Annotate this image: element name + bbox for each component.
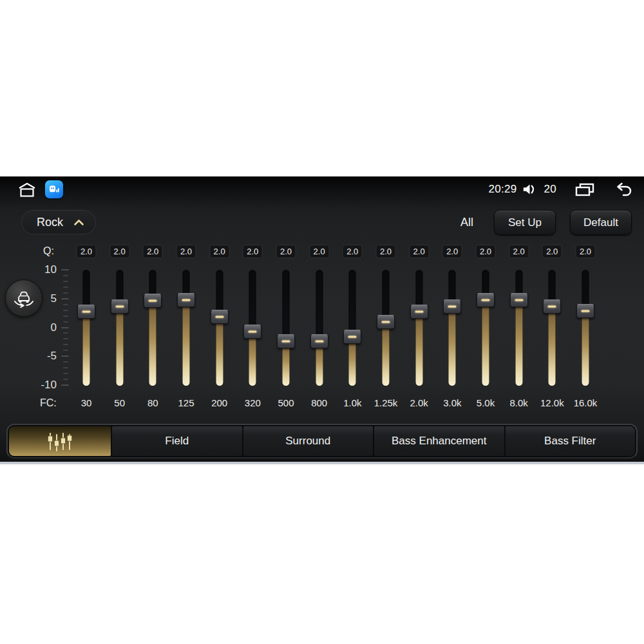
back-icon[interactable]: [613, 182, 634, 196]
slider-thumb[interactable]: [477, 293, 495, 307]
equalizer-sliders-icon: [44, 430, 75, 452]
eq-band: 2.0 1.0k: [336, 176, 369, 462]
q-value-chip: 2.0: [576, 245, 596, 258]
slider-thumb[interactable]: [410, 305, 428, 319]
db-scale-label: -10: [0, 379, 57, 392]
slider-gold-fill: [582, 311, 589, 386]
db-tick: [63, 373, 68, 374]
db-tick: [61, 269, 69, 270]
freq-label: 16.0k: [574, 397, 598, 408]
slider-gold-fill: [183, 300, 190, 386]
tab-bass-enhancement[interactable]: Bass Enhancement: [374, 426, 504, 456]
slider-thumb[interactable]: [543, 299, 561, 314]
slider-gold-fill: [349, 337, 356, 386]
slider-gold-fill: [383, 322, 390, 386]
car-mode-button[interactable]: [5, 279, 43, 317]
slider-thumb[interactable]: [243, 325, 261, 339]
db-scale-label: 0: [0, 321, 57, 334]
eq-band: 2.0 80: [136, 176, 169, 462]
freq-label: 5.0k: [477, 397, 495, 408]
freq-label: 80: [147, 397, 158, 408]
head-unit-screen: 20:29 20: [0, 176, 644, 462]
slider-thumb[interactable]: [77, 305, 95, 319]
q-value-chip: 2.0: [109, 245, 129, 258]
slider-gold-fill: [415, 312, 422, 386]
eq-band: 2.0 1.25k: [369, 176, 402, 462]
tab-field[interactable]: Field: [112, 426, 242, 456]
freq-label: 12.0k: [540, 397, 564, 408]
slider-gold-fill: [149, 301, 156, 386]
q-value-chip: 2.0: [309, 245, 329, 258]
slider-gold-fill: [116, 307, 123, 386]
eq-band: 2.0 12.0k: [535, 176, 569, 462]
tab-surround[interactable]: Surround: [243, 426, 374, 456]
q-row-label: Q:: [43, 245, 54, 257]
slider-gold-fill: [83, 312, 90, 386]
eq-band: 2.0 125: [169, 176, 203, 462]
freq-label: 125: [178, 397, 194, 408]
db-tick: [63, 338, 68, 339]
bottom-tab-bar: Field Surround Bass Enhancement Bass Fil…: [6, 424, 638, 459]
db-tick: [63, 361, 68, 363]
freq-label: 1.25k: [374, 397, 398, 408]
slider-thumb[interactable]: [510, 293, 528, 307]
freq-label: 500: [278, 397, 294, 408]
home-icon: [17, 182, 37, 198]
eq-band: 2.0 2.0k: [402, 176, 436, 462]
db-tick: [61, 355, 69, 357]
q-value-chip: 2.0: [243, 245, 263, 258]
db-tick: [63, 344, 68, 345]
freq-label: 800: [311, 397, 327, 408]
home-button[interactable]: [17, 182, 37, 198]
db-tick: [61, 384, 69, 386]
freq-label: 2.0k: [410, 397, 428, 408]
slider-gold-fill: [216, 317, 223, 386]
tab-bass-filter[interactable]: Bass Filter: [506, 426, 636, 456]
eq-band: 2.0 800: [303, 176, 336, 462]
db-tick: [63, 310, 68, 311]
q-value-chip: 2.0: [409, 245, 429, 258]
freq-label: 50: [114, 397, 125, 408]
slider-gold-fill: [549, 307, 556, 386]
eq-band: 2.0 200: [203, 176, 236, 462]
slider-gold-fill: [482, 300, 489, 386]
slider-thumb[interactable]: [310, 334, 328, 348]
eq-band: 2.0 8.0k: [502, 176, 536, 462]
freq-label: 320: [245, 397, 261, 408]
db-tick: [63, 281, 68, 282]
slider-thumb[interactable]: [343, 330, 361, 344]
slider-thumb[interactable]: [177, 293, 195, 307]
freq-label: 200: [211, 397, 227, 408]
eq-band: 2.0 5.0k: [469, 176, 502, 462]
db-tick: [63, 350, 68, 351]
tab-equalizer[interactable]: [9, 426, 111, 456]
fc-row-label: FC:: [40, 397, 57, 409]
db-tick: [63, 379, 68, 380]
slider-thumb[interactable]: [277, 334, 295, 348]
slider-gold-fill: [515, 300, 522, 386]
eq-band: 2.0 320: [236, 176, 269, 462]
slider-thumb[interactable]: [576, 304, 594, 318]
db-tick: [63, 332, 68, 334]
q-value-chip: 2.0: [376, 245, 396, 258]
slider-thumb[interactable]: [443, 299, 461, 314]
db-tick: [63, 292, 68, 294]
eq-band: 2.0 500: [269, 176, 303, 462]
car-rotate-icon: [10, 285, 37, 312]
slider-thumb[interactable]: [144, 294, 162, 308]
freq-label: 3.0k: [443, 397, 461, 408]
db-tick: [61, 327, 69, 328]
q-value-chip: 2.0: [343, 245, 363, 258]
slider-thumb[interactable]: [111, 299, 129, 314]
eq-band: 2.0 3.0k: [435, 176, 469, 462]
db-tick: [63, 321, 68, 323]
db-tick: [63, 287, 68, 288]
q-value-chip: 2.0: [276, 245, 296, 258]
slider-thumb[interactable]: [211, 310, 229, 324]
q-value-chip: 2.0: [209, 245, 229, 258]
q-value-chip: 2.0: [476, 245, 496, 258]
db-tick: [61, 298, 69, 299]
screen-bottom-edge: [0, 462, 644, 464]
slider-thumb[interactable]: [377, 315, 395, 329]
ai-assistant-app-button[interactable]: [45, 180, 63, 198]
